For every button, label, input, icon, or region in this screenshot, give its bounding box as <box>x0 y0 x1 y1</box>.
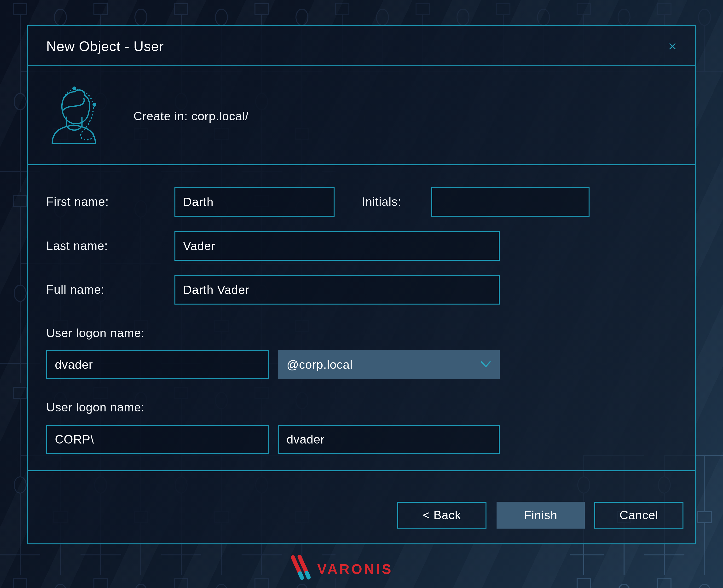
chevron-down-icon <box>480 361 491 369</box>
footer-divider <box>28 470 695 471</box>
user-avatar-icon <box>45 85 103 145</box>
user-logon-name-label: User logon name: <box>46 326 145 340</box>
create-in-text: Create in: corp.local/ <box>133 67 249 165</box>
finish-button[interactable]: Finish <box>497 502 585 529</box>
last-name-label: Last name: <box>46 231 108 261</box>
user-logon-name-pre-input[interactable] <box>278 425 500 454</box>
back-button[interactable]: < Back <box>397 502 487 529</box>
user-logon-name-pre-label: User logon name: <box>46 400 145 414</box>
full-name-label: Full name: <box>46 275 104 304</box>
initials-input[interactable] <box>431 187 590 217</box>
new-object-user-dialog: New Object - User × <box>27 25 696 544</box>
dialog-title: New Object - User <box>46 26 164 66</box>
create-in-section: Create in: corp.local/ <box>28 67 695 165</box>
initials-label: Initials: <box>362 187 401 217</box>
varonis-logo: VARONIS <box>290 555 393 583</box>
cancel-button[interactable]: Cancel <box>594 502 683 529</box>
dialog-header: New Object - User × <box>28 26 695 66</box>
last-name-input[interactable] <box>174 231 500 261</box>
first-name-label: First name: <box>46 187 109 217</box>
full-name-input[interactable] <box>174 275 500 304</box>
logon-domain-value: @corp.local <box>287 358 353 372</box>
logon-domain-dropdown[interactable]: @corp.local <box>278 350 500 379</box>
first-name-input[interactable] <box>174 187 334 217</box>
close-button[interactable]: × <box>662 36 682 56</box>
logon-domain-prefix-input[interactable] <box>46 425 269 454</box>
varonis-logo-mark-icon <box>290 555 311 583</box>
user-logon-name-input[interactable] <box>46 350 269 379</box>
close-icon: × <box>668 38 677 55</box>
varonis-wordmark: VARONIS <box>317 561 393 577</box>
